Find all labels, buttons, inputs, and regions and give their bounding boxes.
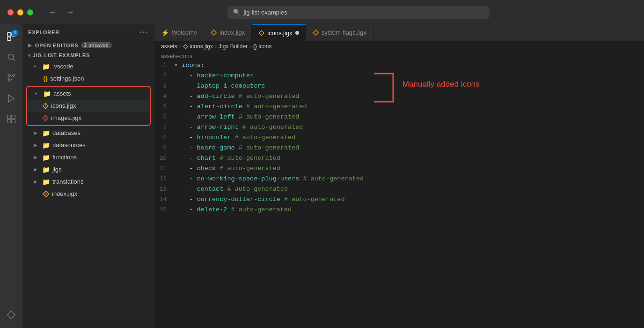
svg-marker-22 xyxy=(313,30,318,35)
traffic-lights xyxy=(7,9,33,15)
traffic-light-red[interactable] xyxy=(7,9,14,15)
code-line-5: 5 - alert-circle # auto-generated xyxy=(154,102,644,112)
line-content: - currency-dollar-circle # auto-generate… xyxy=(174,194,345,205)
code-line-14: 14 - currency-dollar-circle # auto-gener… xyxy=(154,194,644,205)
sidebar-item-settings-json[interactable]: {} settings.json xyxy=(22,73,154,85)
code-line-1: 1 ▾ icons: xyxy=(154,60,644,71)
breadcrumb-icons-node[interactable]: {} icons xyxy=(253,43,271,50)
jigx-tab-icon-yellow-active xyxy=(258,30,264,36)
explorer-header[interactable]: EXPLORER ··· xyxy=(22,24,154,40)
line-num: 14 xyxy=(154,194,174,205)
breadcrumb-sep: › xyxy=(249,43,251,50)
sidebar-item-label: .vscode xyxy=(52,61,73,72)
sidebar-item-assets[interactable]: ▾ 📁 assets xyxy=(27,88,150,100)
breadcrumb-icons-jigx[interactable]: icons.jigx xyxy=(190,43,213,50)
code-editor[interactable]: 1 ▾ icons: 2 - hacker-computer 3 - lapto… xyxy=(154,60,644,328)
svg-point-7 xyxy=(8,79,10,81)
breadcrumb-jigx-icon xyxy=(183,44,188,49)
tab-index-jigx[interactable]: index.jigx xyxy=(204,24,252,41)
code-line-3: 3 - laptop-1-computers xyxy=(154,81,644,91)
sidebar-item-index-jigx[interactable]: index.jigx xyxy=(22,188,154,200)
json-icon: {} xyxy=(43,74,48,84)
activity-icon-explorer[interactable]: 1 xyxy=(2,27,21,46)
tab-label: Welcome xyxy=(172,29,197,36)
chevron-right-icon: ▶ xyxy=(34,128,40,138)
chevron-down-icon: ▾ xyxy=(35,89,41,99)
jigx-icon-yellow xyxy=(42,103,49,109)
activity-icon-search[interactable] xyxy=(2,48,21,67)
address-text: jig-list-examples xyxy=(244,9,287,16)
sidebar-item-label: settings.json xyxy=(50,74,84,84)
sidebar-item-label: icons.jigx xyxy=(51,101,76,111)
tab-icons-jigx[interactable]: icons.jigx xyxy=(252,24,306,41)
open-editors-header[interactable]: ▶ OPEN EDITORS 1 unsaved xyxy=(22,40,154,50)
tab-label: icons.jigx xyxy=(267,30,292,37)
folder-icon: 📁 xyxy=(43,89,51,99)
svg-marker-21 xyxy=(259,30,264,36)
folder-icon: 📁 xyxy=(42,164,50,175)
tab-system-flags[interactable]: system-flags.jigx xyxy=(306,24,373,41)
code-line-8: 8 - binocular # auto-generated xyxy=(154,133,644,143)
code-line-6: 6 - arrow-left # auto-generated xyxy=(154,112,644,122)
sidebar-item-datasources[interactable]: ▶ 📁 datasources xyxy=(22,139,154,151)
unsaved-dot xyxy=(295,31,299,35)
activity-bar: 1 xyxy=(0,24,22,328)
traffic-light-yellow[interactable] xyxy=(17,9,23,15)
line-num: 7 xyxy=(154,122,174,133)
folder-icon: 📁 xyxy=(42,61,50,72)
editor-filename-label: assets-icons xyxy=(154,52,644,60)
sidebar-item-label: functions xyxy=(52,152,77,163)
sidebar: EXPLORER ··· ▶ OPEN EDITORS 1 unsaved ▾ … xyxy=(22,24,154,328)
line-content: - arrow-left # auto-generated xyxy=(174,112,299,122)
breadcrumb-assets[interactable]: assets xyxy=(161,43,177,50)
sidebar-item-icons-jigx[interactable]: icons.jigx xyxy=(27,100,150,112)
line-num: 15 xyxy=(154,205,174,215)
sidebar-item-functions[interactable]: ▶ 📁 functions xyxy=(22,151,154,164)
sidebar-item-databases[interactable]: ▶ 📁 databases xyxy=(22,127,154,139)
chevron-down-icon: ▾ xyxy=(34,61,40,72)
explorer-dots[interactable]: ··· xyxy=(140,28,149,37)
activity-icon-git[interactable] xyxy=(2,68,21,87)
sidebar-item-jigs[interactable]: ▶ 📁 jigs xyxy=(22,164,154,176)
tab-welcome[interactable]: ⚡ Welcome xyxy=(154,24,204,41)
sidebar-item-label: jigs xyxy=(52,164,62,175)
tab-label: index.jigx xyxy=(220,29,245,36)
line-content: - hacker-computer xyxy=(174,71,254,81)
svg-point-6 xyxy=(13,75,15,76)
line-content: ▾ icons: xyxy=(174,60,205,71)
sidebar-item-vscode[interactable]: ▾ 📁 .vscode xyxy=(22,60,154,73)
line-content: - delete-2 # auto-generated xyxy=(174,205,292,215)
chevron-right-icon: ▶ xyxy=(34,164,40,175)
line-content: - board-game # auto-generated xyxy=(174,143,299,153)
editor-area: ⚡ Welcome index.jigx icons.jigx system-f… xyxy=(154,24,644,328)
line-content: - alert-circle # auto-generated xyxy=(174,102,307,112)
traffic-light-green[interactable] xyxy=(27,9,33,15)
sidebar-item-label: translations xyxy=(52,177,83,187)
line-num: 2 xyxy=(154,71,174,81)
jigx-tab-icon-yellow2 xyxy=(313,30,319,36)
address-bar[interactable]: 🔍 jig-list-examples xyxy=(227,6,490,19)
svg-rect-10 xyxy=(7,115,11,119)
activity-icon-jigx[interactable] xyxy=(2,306,21,324)
badge: 1 xyxy=(12,30,18,36)
sidebar-item-images-jigx[interactable]: images.jigx xyxy=(27,112,150,124)
activity-icon-extensions[interactable] xyxy=(2,110,21,128)
chevron-right-icon: ▶ xyxy=(28,43,32,48)
line-num: 10 xyxy=(154,153,174,164)
forward-button[interactable]: → xyxy=(66,7,74,17)
back-button[interactable]: ← xyxy=(48,7,57,17)
explorer-label: EXPLORER xyxy=(28,30,59,35)
breadcrumb: assets › icons.jigx › Jigx Builder › {} … xyxy=(154,41,644,52)
sidebar-item-translations[interactable]: ▶ 📁 translations xyxy=(22,176,154,188)
vs-icon: ⚡ xyxy=(161,29,169,37)
line-num: 13 xyxy=(154,184,174,194)
activity-icon-run[interactable] xyxy=(2,89,21,108)
code-line-2: 2 - hacker-computer xyxy=(154,71,644,81)
breadcrumb-jigx-builder[interactable]: Jigx Builder xyxy=(219,43,248,50)
chevron-right-icon: ▶ xyxy=(34,140,40,150)
svg-marker-9 xyxy=(8,95,14,102)
code-line-15: 15 - delete-2 # auto-generated xyxy=(154,205,644,215)
titlebar: ← → 🔍 jig-list-examples xyxy=(0,0,644,24)
project-header[interactable]: ▾ JIG-LIST-EXAMPLES xyxy=(22,50,154,60)
project-name: JIG-LIST-EXAMPLES xyxy=(33,52,90,58)
